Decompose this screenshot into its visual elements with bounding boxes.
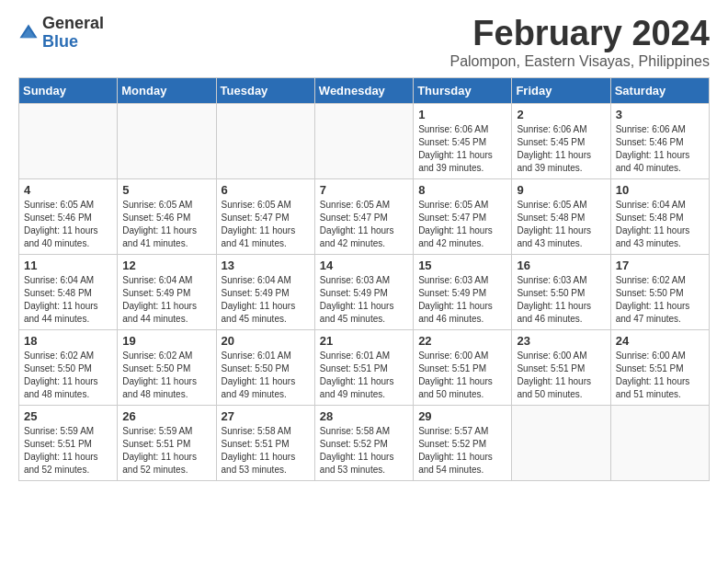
- cell-day-number: 2: [517, 108, 605, 121]
- cell-info-text: Sunrise: 6:03 AM Sunset: 5:49 PM Dayligh…: [418, 274, 506, 326]
- cell-info-text: Sunrise: 5:59 AM Sunset: 5:51 PM Dayligh…: [24, 425, 112, 477]
- cell-info-text: Sunrise: 6:02 AM Sunset: 5:50 PM Dayligh…: [24, 350, 112, 401]
- cell-info-text: Sunrise: 6:00 AM Sunset: 5:51 PM Dayligh…: [616, 350, 704, 401]
- calendar-cell: 14Sunrise: 6:03 AM Sunset: 5:49 PM Dayli…: [314, 254, 413, 329]
- logo-blue: Blue: [42, 33, 104, 52]
- cell-day-number: 13: [222, 259, 310, 272]
- cell-day-number: 17: [616, 259, 704, 272]
- cell-info-text: Sunrise: 6:00 AM Sunset: 5:51 PM Dayligh…: [418, 350, 506, 401]
- cell-day-number: 27: [222, 409, 310, 423]
- calendar-cell: 12Sunrise: 6:04 AM Sunset: 5:49 PM Dayli…: [118, 254, 216, 329]
- weekday-header-monday: Monday: [118, 77, 216, 103]
- calendar-cell: 17Sunrise: 6:02 AM Sunset: 5:50 PM Dayli…: [610, 254, 709, 329]
- calendar-cell: 11Sunrise: 6:04 AM Sunset: 5:48 PM Dayli…: [19, 254, 118, 329]
- calendar-cell: 28Sunrise: 5:58 AM Sunset: 5:52 PM Dayli…: [314, 405, 413, 480]
- cell-day-number: 3: [616, 108, 704, 121]
- cell-day-number: 6: [222, 183, 310, 197]
- cell-info-text: Sunrise: 6:03 AM Sunset: 5:50 PM Dayligh…: [517, 274, 605, 326]
- cell-day-number: 1: [418, 108, 506, 121]
- calendar-cell: 6Sunrise: 6:05 AM Sunset: 5:47 PM Daylig…: [216, 178, 314, 254]
- calendar-cell: [216, 103, 314, 178]
- weekday-header-friday: Friday: [512, 77, 610, 103]
- weekday-header-row: SundayMondayTuesdayWednesdayThursdayFrid…: [19, 77, 710, 103]
- cell-day-number: 24: [616, 334, 704, 348]
- cell-info-text: Sunrise: 6:06 AM Sunset: 5:45 PM Dayligh…: [418, 123, 506, 175]
- cell-day-number: 19: [122, 334, 210, 348]
- calendar-cell: 16Sunrise: 6:03 AM Sunset: 5:50 PM Dayli…: [512, 254, 610, 329]
- cell-info-text: Sunrise: 6:05 AM Sunset: 5:47 PM Dayligh…: [320, 199, 408, 250]
- cell-info-text: Sunrise: 6:05 AM Sunset: 5:46 PM Dayligh…: [122, 199, 210, 250]
- weekday-header-thursday: Thursday: [414, 77, 512, 103]
- cell-day-number: 9: [517, 183, 605, 197]
- cell-day-number: 11: [24, 259, 112, 272]
- cell-info-text: Sunrise: 6:04 AM Sunset: 5:49 PM Dayligh…: [222, 274, 310, 326]
- calendar-cell: 23Sunrise: 6:00 AM Sunset: 5:51 PM Dayli…: [512, 329, 610, 405]
- cell-info-text: Sunrise: 6:06 AM Sunset: 5:45 PM Dayligh…: [517, 123, 605, 175]
- cell-info-text: Sunrise: 6:00 AM Sunset: 5:51 PM Dayligh…: [517, 350, 605, 401]
- calendar-cell: 10Sunrise: 6:04 AM Sunset: 5:48 PM Dayli…: [610, 178, 709, 254]
- cell-day-number: 16: [517, 259, 605, 272]
- cell-info-text: Sunrise: 5:57 AM Sunset: 5:52 PM Dayligh…: [418, 425, 506, 477]
- weekday-header-saturday: Saturday: [610, 77, 709, 103]
- calendar-cell: 24Sunrise: 6:00 AM Sunset: 5:51 PM Dayli…: [610, 329, 709, 405]
- cell-info-text: Sunrise: 6:05 AM Sunset: 5:47 PM Dayligh…: [418, 199, 506, 250]
- cell-day-number: 23: [517, 334, 605, 348]
- calendar-cell: 15Sunrise: 6:03 AM Sunset: 5:49 PM Dayli…: [414, 254, 512, 329]
- calendar-cell: 20Sunrise: 6:01 AM Sunset: 5:50 PM Dayli…: [216, 329, 314, 405]
- calendar-cell: [314, 103, 413, 178]
- cell-day-number: 7: [320, 183, 408, 197]
- cell-info-text: Sunrise: 5:58 AM Sunset: 5:51 PM Dayligh…: [222, 425, 310, 477]
- cell-day-number: 18: [24, 334, 112, 348]
- cell-day-number: 20: [222, 334, 310, 348]
- calendar-cell: 5Sunrise: 6:05 AM Sunset: 5:46 PM Daylig…: [118, 178, 216, 254]
- cell-day-number: 8: [418, 183, 506, 197]
- calendar-cell: 25Sunrise: 5:59 AM Sunset: 5:51 PM Dayli…: [19, 405, 118, 480]
- calendar-cell: 9Sunrise: 6:05 AM Sunset: 5:48 PM Daylig…: [512, 178, 610, 254]
- calendar-cell: 2Sunrise: 6:06 AM Sunset: 5:45 PM Daylig…: [512, 103, 610, 178]
- cell-info-text: Sunrise: 6:05 AM Sunset: 5:48 PM Dayligh…: [517, 199, 605, 250]
- cell-info-text: Sunrise: 5:58 AM Sunset: 5:52 PM Dayligh…: [320, 425, 408, 477]
- cell-day-number: 10: [616, 183, 704, 197]
- page-header: General Blue February 2024 Palompon, Eas…: [18, 15, 710, 70]
- location-title: Palompon, Eastern Visayas, Philippines: [449, 53, 710, 70]
- month-title: February 2024: [449, 15, 710, 53]
- cell-info-text: Sunrise: 6:05 AM Sunset: 5:47 PM Dayligh…: [222, 199, 310, 250]
- cell-info-text: Sunrise: 6:02 AM Sunset: 5:50 PM Dayligh…: [122, 350, 210, 401]
- calendar-cell: 13Sunrise: 6:04 AM Sunset: 5:49 PM Dayli…: [216, 254, 314, 329]
- calendar-cell: 1Sunrise: 6:06 AM Sunset: 5:45 PM Daylig…: [414, 103, 512, 178]
- weekday-header-sunday: Sunday: [19, 77, 118, 103]
- calendar-cell: [118, 103, 216, 178]
- cell-day-number: 4: [24, 183, 112, 197]
- calendar-cell: 18Sunrise: 6:02 AM Sunset: 5:50 PM Dayli…: [19, 329, 118, 405]
- calendar-cell: [610, 405, 709, 480]
- cell-day-number: 5: [122, 183, 210, 197]
- calendar-cell: 3Sunrise: 6:06 AM Sunset: 5:46 PM Daylig…: [610, 103, 709, 178]
- calendar-cell: 22Sunrise: 6:00 AM Sunset: 5:51 PM Dayli…: [414, 329, 512, 405]
- cell-info-text: Sunrise: 5:59 AM Sunset: 5:51 PM Dayligh…: [122, 425, 210, 477]
- calendar-cell: 21Sunrise: 6:01 AM Sunset: 5:51 PM Dayli…: [314, 329, 413, 405]
- cell-day-number: 22: [418, 334, 506, 348]
- logo: General Blue: [18, 15, 104, 52]
- cell-day-number: 14: [320, 259, 408, 272]
- cell-day-number: 21: [320, 334, 408, 348]
- cell-info-text: Sunrise: 6:04 AM Sunset: 5:48 PM Dayligh…: [24, 274, 112, 326]
- calendar-cell: 27Sunrise: 5:58 AM Sunset: 5:51 PM Dayli…: [216, 405, 314, 480]
- calendar-cell: 4Sunrise: 6:05 AM Sunset: 5:46 PM Daylig…: [19, 178, 118, 254]
- cell-info-text: Sunrise: 6:01 AM Sunset: 5:50 PM Dayligh…: [222, 350, 310, 401]
- calendar-week-row: 11Sunrise: 6:04 AM Sunset: 5:48 PM Dayli…: [19, 254, 710, 329]
- cell-info-text: Sunrise: 6:04 AM Sunset: 5:49 PM Dayligh…: [122, 274, 210, 326]
- cell-day-number: 28: [320, 409, 408, 423]
- weekday-header-wednesday: Wednesday: [314, 77, 413, 103]
- cell-day-number: 12: [122, 259, 210, 272]
- calendar-table: SundayMondayTuesdayWednesdayThursdayFrid…: [18, 77, 710, 481]
- calendar-cell: 7Sunrise: 6:05 AM Sunset: 5:47 PM Daylig…: [314, 178, 413, 254]
- cell-day-number: 26: [122, 409, 210, 423]
- calendar-cell: 19Sunrise: 6:02 AM Sunset: 5:50 PM Dayli…: [118, 329, 216, 405]
- cell-day-number: 15: [418, 259, 506, 272]
- calendar-week-row: 1Sunrise: 6:06 AM Sunset: 5:45 PM Daylig…: [19, 103, 710, 178]
- logo-text: General Blue: [42, 15, 104, 52]
- cell-day-number: 29: [418, 409, 506, 423]
- calendar-week-row: 4Sunrise: 6:05 AM Sunset: 5:46 PM Daylig…: [19, 178, 710, 254]
- calendar-week-row: 18Sunrise: 6:02 AM Sunset: 5:50 PM Dayli…: [19, 329, 710, 405]
- cell-info-text: Sunrise: 6:04 AM Sunset: 5:48 PM Dayligh…: [616, 199, 704, 250]
